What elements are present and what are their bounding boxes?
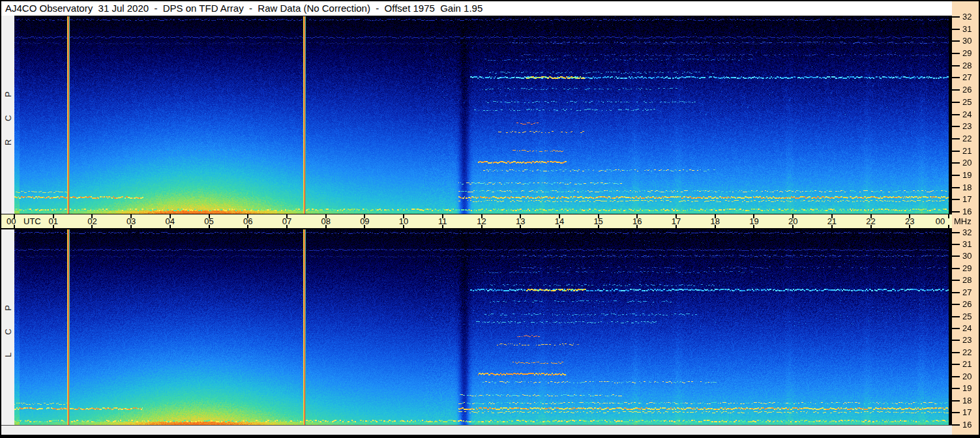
freq-tick-31: [950, 29, 960, 30]
hour-tick-bottom: [598, 225, 599, 229]
hour-tick-bottom: [636, 225, 638, 229]
hour-tick-top: [286, 214, 288, 218]
hour-tick-bottom: [442, 225, 443, 229]
freq-tick-29: [950, 268, 960, 269]
hour-tick-bottom: [130, 225, 132, 229]
freq-tick-24: [950, 328, 960, 329]
freq-tick-26: [950, 304, 960, 305]
app-window: AJ4CO Observatory 31 Jul 2020 - DPS on T…: [0, 0, 980, 438]
freq-label-30-panel1: 30: [962, 251, 978, 261]
bottom-margin-strip: [1, 425, 952, 435]
freq-label-25-panel0: 25: [962, 97, 978, 107]
freq-tick-26: [950, 89, 960, 91]
freq-tick-30: [950, 256, 960, 257]
hour-tick-bottom: [559, 225, 560, 229]
hour-tick-top: [209, 214, 210, 218]
hour-tick-top: [792, 214, 794, 218]
hour-tick-bottom: [715, 225, 716, 229]
freq-tick-27: [950, 77, 960, 78]
freq-tick-23: [950, 126, 960, 127]
freq-label-31-panel1: 31: [962, 239, 978, 249]
hour-tick-top: [559, 214, 560, 218]
mhz-unit-label: MHz: [954, 216, 972, 226]
hour-tick-bottom: [676, 225, 677, 229]
hour-tick-top: [91, 214, 93, 218]
freq-label-32-panel0: 32: [962, 12, 978, 22]
freq-label-16-panel0: 16: [962, 207, 978, 216]
hour-tick-bottom: [753, 225, 754, 229]
hour-tick-bottom: [91, 225, 93, 229]
freq-tick-32: [950, 232, 960, 233]
hour-tick-top: [753, 214, 754, 218]
hour-tick-top: [870, 214, 872, 218]
hour-tick-top: [325, 214, 327, 218]
hour-tick-top: [909, 214, 910, 218]
hour-tick-bottom: [247, 225, 248, 229]
freq-tick-27: [950, 292, 960, 293]
hour-tick-bottom: [831, 225, 833, 229]
freq-label-22-panel0: 22: [962, 134, 978, 143]
freq-label-30-panel0: 30: [962, 36, 978, 46]
hour-tick-bottom: [286, 225, 288, 229]
freq-label-18-panel1: 18: [962, 396, 978, 405]
freq-label-29-panel0: 29: [962, 48, 978, 58]
freq-tick-20: [950, 376, 960, 377]
freq-label-26-panel0: 26: [962, 85, 978, 95]
freq-label-24-panel1: 24: [962, 323, 978, 333]
freq-tick-18: [950, 187, 960, 188]
freq-label-28-panel1: 28: [962, 275, 978, 285]
freq-tick-29: [950, 53, 960, 54]
freq-label-19-panel1: 19: [962, 383, 978, 393]
hour-tick-bottom: [481, 225, 483, 229]
freq-tick-30: [950, 40, 960, 42]
freq-label-18-panel0: 18: [962, 182, 978, 192]
freq-tick-20: [950, 162, 960, 164]
hour-tick-top: [14, 214, 15, 218]
freq-label-26-panel1: 26: [962, 299, 978, 309]
lcp-panel-label: L C P: [1, 229, 14, 425]
hour-tick-top: [442, 214, 443, 218]
hour-tick-top: [948, 214, 949, 218]
rcp-panel-label: R C P: [1, 16, 14, 214]
freq-label-32-panel1: 32: [962, 227, 978, 237]
rcp-spectrogram-canvas: [14, 16, 949, 214]
freq-label-27-panel0: 27: [962, 72, 978, 82]
freq-label-22-panel1: 22: [962, 347, 978, 357]
lcp-spectrogram-canvas: [14, 229, 949, 425]
hour-tick-bottom: [948, 225, 949, 229]
hour-tick-top: [831, 214, 833, 218]
hour-tick-bottom: [403, 225, 404, 229]
freq-label-25-panel1: 25: [962, 312, 978, 321]
freq-tick-18: [950, 400, 960, 402]
hour-tick-bottom: [909, 225, 910, 229]
hour-tick-bottom: [14, 225, 15, 229]
freq-label-27-panel1: 27: [962, 287, 978, 297]
utc-unit-label: UTC: [23, 216, 41, 226]
freq-tick-17: [950, 199, 960, 200]
freq-label-28-panel0: 28: [962, 61, 978, 70]
hour-tick-top: [636, 214, 638, 218]
freq-tick-19: [950, 175, 960, 176]
hour-tick-top: [247, 214, 248, 218]
freq-tick-24: [950, 114, 960, 115]
freq-tick-21: [950, 151, 960, 152]
freq-label-20-panel1: 20: [962, 372, 978, 381]
freq-tick-19: [950, 388, 960, 389]
freq-tick-25: [950, 102, 960, 103]
freq-tick-25: [950, 316, 960, 317]
freq-tick-23: [950, 340, 960, 341]
hour-tick-bottom: [792, 225, 794, 229]
freq-label-23-panel0: 23: [962, 121, 978, 131]
hour-tick-top: [403, 214, 404, 218]
hour-tick-top: [53, 214, 54, 218]
freq-label-29-panel1: 29: [962, 263, 978, 273]
hour-tick-bottom: [364, 225, 365, 229]
freq-tick-28: [950, 65, 960, 66]
hour-tick-top: [130, 214, 132, 218]
freq-tick-21: [950, 364, 960, 365]
freq-label-31-panel0: 31: [962, 24, 978, 34]
freq-tick-22: [950, 352, 960, 353]
hour-tick-bottom: [520, 225, 521, 229]
hour-tick-bottom: [209, 225, 210, 229]
freq-tick-28: [950, 280, 960, 281]
